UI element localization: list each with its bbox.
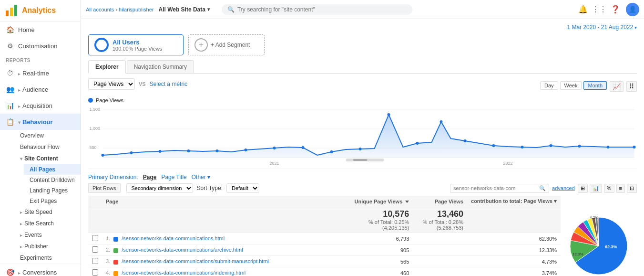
- plot-rows-button[interactable]: Plot Rows: [88, 183, 121, 193]
- select-metric-link[interactable]: Select a metric: [150, 81, 187, 87]
- report-tabs: Explorer Navigation Summary: [88, 60, 637, 74]
- sidebar-item-site-search[interactable]: Site Search: [14, 218, 81, 229]
- svg-rect-2: [14, 5, 17, 16]
- row-page-cell: 4. /sensor-networks-data-communications/…: [102, 267, 343, 276]
- svg-point-31: [633, 146, 636, 149]
- sidebar-item-events[interactable]: Events: [14, 229, 81, 241]
- notifications-icon[interactable]: 🔔: [577, 4, 589, 15]
- compare-view-button[interactable]: ≡: [616, 184, 625, 193]
- table-search-icon[interactable]: 🔍: [539, 185, 546, 191]
- view-controls: Day Week Month: [540, 81, 607, 90]
- table-row: 4. /sensor-networks-data-communications/…: [88, 267, 561, 276]
- tab-explorer[interactable]: Explorer: [88, 60, 126, 74]
- add-segment-button[interactable]: + + Add Segment: [188, 34, 265, 55]
- sidebar-item-all-pages[interactable]: All Pages: [24, 164, 81, 175]
- page-link[interactable]: /sensor-networks-data-communications/sub…: [122, 258, 269, 264]
- search-input[interactable]: [237, 6, 407, 13]
- table-totals-row: 10,576 % of Total: 0.25% (4,205,135) 13,…: [88, 207, 561, 233]
- svg-point-12: [102, 154, 104, 157]
- row-number: 2.: [106, 247, 110, 253]
- row-checkbox[interactable]: [92, 235, 98, 241]
- table-search-input[interactable]: [453, 185, 539, 191]
- totals-unique-cell: 10,576 % of Total: 0.25% (4,205,135): [343, 207, 413, 233]
- breadcrumb-accounts[interactable]: All accounts: [86, 7, 114, 12]
- dim-page-title[interactable]: Page Title: [161, 174, 186, 180]
- advanced-link[interactable]: advanced: [552, 185, 575, 191]
- date-range[interactable]: 1 Mar 2020 - 21 Aug 2022: [88, 24, 637, 31]
- line-chart-icon[interactable]: 📈: [610, 81, 624, 92]
- row-color-dot: [113, 248, 118, 253]
- metric-row: Page Views VS Select a metric: [88, 78, 187, 90]
- contribution-dropdown-icon[interactable]: ▾: [554, 198, 557, 204]
- view-month-button[interactable]: Month: [583, 81, 607, 90]
- sidebar-item-site-content[interactable]: Site Content: [14, 153, 81, 164]
- help-icon[interactable]: ❓: [610, 4, 621, 15]
- row-color-dot: [113, 260, 118, 265]
- sidebar-item-home-label: Home: [18, 26, 35, 33]
- th-page[interactable]: Page: [102, 196, 343, 207]
- data-table: Page Unique Page Views Page Views contri…: [88, 196, 561, 276]
- row-contrib-cell: 62.30%: [467, 233, 561, 244]
- page-link[interactable]: /sensor-networks-data-communications.htm…: [122, 235, 225, 241]
- pivot-view-button[interactable]: ⊡: [627, 184, 637, 193]
- add-segment-icon: +: [194, 38, 208, 52]
- user-avatar[interactable]: 👤: [626, 3, 639, 16]
- sidebar-item-audience[interactable]: 👥 Audience: [0, 81, 81, 97]
- sidebar-item-home[interactable]: 🏠 Home: [0, 21, 81, 38]
- content-drilldown-label: Content Drilldown: [30, 177, 75, 183]
- svg-text:1,500: 1,500: [90, 107, 101, 112]
- secondary-dimension-select[interactable]: Secondary dimension: [126, 183, 193, 193]
- dim-page[interactable]: Page: [143, 174, 157, 180]
- sidebar-item-acquisition[interactable]: 📊 Acquisition: [0, 97, 81, 114]
- view-week-button[interactable]: Week: [560, 81, 582, 90]
- unique-total-pct: % of Total: 0.25% (4,205,135): [347, 219, 409, 231]
- sidebar-item-overview[interactable]: Overview: [14, 130, 81, 141]
- table-row: 3. /sensor-networks-data-communications/…: [88, 256, 561, 267]
- page-link[interactable]: /sensor-networks-data-communications/arc…: [122, 247, 243, 253]
- segment-bar: All Users 100.00% Page Views + + Add Seg…: [88, 34, 637, 55]
- th-unique-page-views[interactable]: Unique Page Views: [343, 196, 413, 207]
- svg-point-22: [388, 113, 390, 116]
- sidebar-item-landing-pages[interactable]: Landing Pages: [24, 185, 81, 196]
- sidebar-item-conversions[interactable]: 🎯 Conversions: [0, 264, 81, 276]
- grid-view-button[interactable]: ⊞: [578, 184, 588, 193]
- sidebar-item-realtime[interactable]: ⏱ Real-time: [0, 65, 81, 81]
- sidebar-item-publisher[interactable]: Publisher: [14, 241, 81, 252]
- sidebar-item-site-speed[interactable]: Site Speed: [14, 206, 81, 218]
- row-checkbox[interactable]: [92, 258, 98, 264]
- search-icon: 🔍: [227, 6, 235, 13]
- customisation-icon: ⚙: [6, 42, 14, 50]
- pie-chart-section: 62.3%12.3%4.2%: [561, 196, 637, 276]
- behaviour-sub-nav: Overview Behaviour Flow Site Content All…: [0, 130, 81, 206]
- row-contrib-cell: 3.74%: [467, 267, 561, 276]
- pie-chart-svg: 62.3%12.3%4.2%: [563, 210, 634, 276]
- sidebar-item-experiments[interactable]: Experiments: [14, 252, 81, 264]
- percent-view-button[interactable]: %: [604, 184, 614, 193]
- sidebar-item-customisation[interactable]: ⚙ Customisation: [0, 38, 81, 54]
- sidebar-item-behaviour-flow[interactable]: Behaviour Flow: [14, 141, 81, 153]
- view-day-button[interactable]: Day: [540, 81, 558, 90]
- property-selector[interactable]: All Web Site Data: [158, 6, 209, 13]
- apps-icon[interactable]: ⋮⋮: [593, 4, 605, 15]
- row-checkbox[interactable]: [92, 269, 98, 276]
- svg-text:4.2%: 4.2%: [590, 215, 598, 220]
- line-chart-svg: 1,500 1,000 500 2021 2022: [88, 105, 637, 167]
- page-link[interactable]: /sensor-networks-data-communications/ind…: [122, 270, 245, 276]
- scatter-chart-icon[interactable]: ⠿: [626, 81, 637, 92]
- sort-type-label: Sort Type:: [197, 185, 223, 191]
- breadcrumb-account[interactable]: hilarispublisher: [119, 7, 153, 12]
- sidebar-item-content-drilldown[interactable]: Content Drilldown: [24, 175, 81, 185]
- svg-point-28: [550, 144, 552, 147]
- chart-view-button[interactable]: 📊: [590, 184, 602, 193]
- th-page-views[interactable]: Page Views: [413, 196, 467, 207]
- sidebar-item-realtime-label: Real-time: [18, 70, 49, 77]
- dim-other[interactable]: Other ▾: [192, 174, 210, 180]
- tab-navigation-summary[interactable]: Navigation Summary: [127, 60, 194, 73]
- row-checkbox[interactable]: [92, 246, 98, 253]
- sort-type-select[interactable]: Default: [226, 183, 259, 193]
- sidebar-item-behaviour[interactable]: 📋 Behaviour: [0, 114, 81, 130]
- th-contribution[interactable]: contribution to total: Page Views ▾: [467, 196, 561, 207]
- svg-text:2022: 2022: [503, 161, 513, 166]
- metric-selector[interactable]: Page Views: [88, 78, 135, 90]
- sidebar-item-exit-pages[interactable]: Exit Pages: [24, 196, 81, 206]
